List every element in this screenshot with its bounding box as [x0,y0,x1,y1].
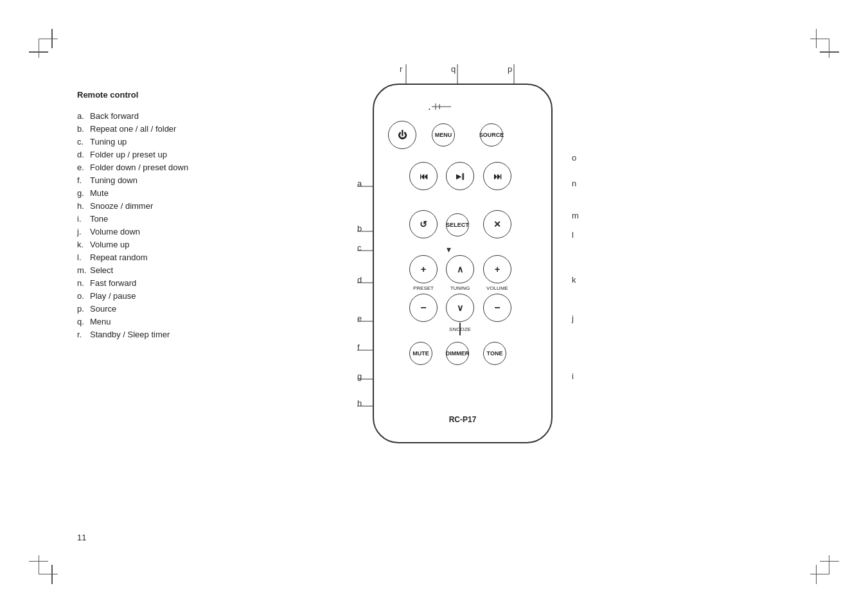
play-pause-button[interactable]: ▶‖ [446,162,474,190]
list-item-l: l.Repeat random [77,253,188,262]
tick-tl-h [29,51,48,53]
select-button[interactable]: SELECT [446,213,469,236]
list-item-h: h.Snooze / dimmer [77,201,188,211]
corner-tr [810,39,829,58]
list-item-m: m.Select [77,265,188,275]
volume-minus-button[interactable]: − [483,294,511,322]
tick-tl-v [51,29,53,48]
list-item-i: i.Tone [77,214,188,224]
outer-label-l: l [572,230,574,240]
tone-label: TONE [487,350,503,357]
corner-bl [39,555,58,574]
preset-plus-icon: + [421,264,426,274]
outer-label-k: k [572,275,576,285]
tuning-label: TUNING [446,285,474,291]
list-item-k: k.Volume up [77,240,188,249]
outer-label-n: n [572,179,576,188]
prev-button[interactable]: ⏮ [409,162,438,190]
outer-label-j: j [572,314,574,323]
tone-button[interactable]: TONE [483,342,506,365]
tuning-up-icon: ∧ [457,264,463,274]
preset-plus-button[interactable]: + [409,255,438,283]
list-item-d: d.Folder up / preset up [77,150,188,159]
tuning-up-button[interactable]: ∧ [446,255,474,283]
tick-bl-v [51,565,53,584]
tick-br-h [820,561,839,562]
volume-plus-button[interactable]: + [483,255,511,283]
section-title: Remote control [77,90,188,100]
prev-icon: ⏮ [420,172,428,181]
list-item-c: c.Tuning up [77,137,188,147]
snooze-line [459,323,461,335]
outer-label-m: m [572,211,579,220]
outer-label-i: i [572,371,574,381]
mute-label: MUTE [412,350,429,357]
indicator-area: • [429,103,451,112]
remote-container: a b c d e f g h o n m l k j i r q p [373,84,553,443]
page-number: 11 [77,533,86,542]
repeat-icon: ↺ [420,219,427,229]
volume-minus-icon: − [494,302,500,314]
list-item-a: a.Back forward [77,111,188,121]
tuning-down-icon: ∨ [457,303,463,313]
list-item-f: f.Tuning down [77,175,188,185]
standby-button[interactable]: ⏻ [388,121,416,149]
tuning-down-button[interactable]: ∨ [446,294,474,322]
next-icon: ⏭ [493,172,502,181]
item-list: a.Back forwardb.Repeat one / all / folde… [77,111,188,339]
next-button[interactable]: ⏭ [483,162,511,190]
model-label: RC-P17 [449,415,477,424]
dimmer-button[interactable]: DIMMER [446,342,469,365]
corner-br [810,555,829,574]
remote-body: • ⏻ MENU SOURCE ⏮ ▶‖ [373,84,553,443]
tick-tr-v [816,29,817,48]
list-item-j: j.Volume down [77,227,188,236]
play-pause-icon: ▶‖ [456,173,465,180]
down-indicator: ▾ [447,244,451,254]
dimmer-label: DIMMER [446,350,470,357]
menu-button[interactable]: MENU [432,123,455,147]
list-item-b: b.Repeat one / all / folder [77,124,188,134]
list-item-n: n.Fast forward [77,278,188,288]
outer-label-o: o [572,153,576,163]
list-item-g: g.Mute [77,188,188,198]
volume-label: VOLUME [483,285,511,291]
tick-bl-h [29,561,48,562]
corner-tl [39,39,58,58]
volume-plus-icon: + [495,264,500,274]
tick-br-v [816,565,817,584]
repeat-button[interactable]: ↺ [409,210,438,238]
list-item-o: o.Play / pause [77,291,188,301]
list-item-r: r.Standby / Sleep timer [77,330,188,339]
preset-minus-button[interactable]: − [409,294,438,322]
left-panel: Remote control a.Back forwardb.Repeat on… [77,90,188,342]
shuffle-button[interactable]: ✕ [483,210,511,238]
source-label: SOURCE [479,132,504,138]
shuffle-icon: ✕ [493,219,501,229]
tick-tr-h [820,51,839,53]
list-item-q: q.Menu [77,317,188,326]
menu-label: MENU [435,132,452,138]
source-button[interactable]: SOURCE [480,123,503,147]
preset-label: PRESET [409,285,438,291]
list-item-p: p.Source [77,304,188,314]
preset-minus-icon: − [420,302,426,314]
mute-button[interactable]: MUTE [409,342,432,365]
list-item-e: e.Folder down / preset down [77,163,188,172]
select-label: SELECT [446,222,469,228]
